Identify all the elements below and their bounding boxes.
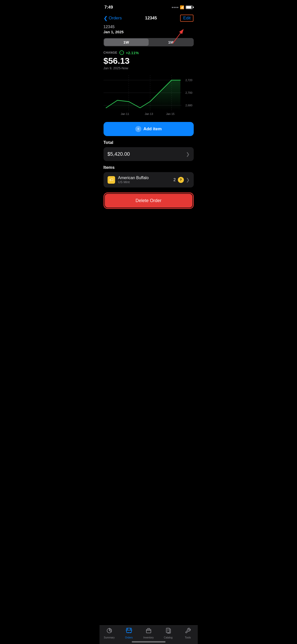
nav-title: 12345	[145, 16, 157, 21]
delete-button-wrapper: Delete Order	[104, 192, 194, 209]
svg-text:Jan 11: Jan 11	[121, 112, 129, 115]
change-up-icon: ↑	[119, 50, 124, 55]
time-period-toggle[interactable]: 1W 1M	[104, 38, 194, 46]
order-number-top: 12345	[104, 25, 194, 29]
tag-icon: 🏷	[108, 176, 115, 184]
items-row[interactable]: 🏷 American Buffalo US Mint 2 ? ❯	[104, 172, 194, 187]
delete-order-button[interactable]: Delete Order	[105, 194, 192, 208]
item-subtitle: US Mint	[118, 180, 149, 184]
status-time: 7:49	[105, 5, 113, 10]
svg-text:Jan 15: Jan 15	[166, 112, 174, 115]
svg-text:2,720: 2,720	[185, 79, 192, 82]
items-section-label: Items	[100, 161, 198, 172]
item-name: American Buffalo	[118, 176, 149, 180]
order-date: Jan 1, 2025	[104, 30, 194, 34]
battery-icon	[186, 6, 193, 9]
nav-bar: ❮ Orders 12345 Edit	[100, 13, 198, 24]
chevron-left-icon: ❮	[104, 16, 108, 21]
wifi-icon: 📶	[180, 5, 184, 9]
change-percent: +2.11%	[126, 51, 139, 55]
edit-button[interactable]: Edit	[180, 15, 193, 22]
svg-text:2,700: 2,700	[185, 91, 192, 94]
plus-icon: +	[135, 126, 141, 132]
svg-text:Jan 13: Jan 13	[145, 112, 153, 115]
chevron-right-icon: ❯	[186, 151, 190, 157]
item-left: 🏷 American Buffalo US Mint	[108, 176, 149, 184]
back-label: Orders	[109, 16, 122, 21]
chart-svg: Jan 11 Jan 13 Jan 15 2,720 2,700 2,680	[104, 73, 194, 118]
item-chevron-icon: ❯	[186, 177, 190, 183]
change-date-range: Jan 9, 2025-Now	[104, 66, 194, 70]
back-button[interactable]: ❮ Orders	[104, 16, 122, 21]
toggle-1m[interactable]: 1M	[149, 39, 193, 46]
add-item-button[interactable]: + Add item	[104, 122, 194, 136]
item-right: 2 ? ❯	[174, 177, 190, 183]
question-badge: ?	[178, 177, 184, 183]
change-value: $56.13	[104, 56, 194, 66]
add-item-label: Add item	[143, 126, 162, 132]
status-bar: 7:49 📶	[100, 0, 198, 13]
total-row[interactable]: $5,420.00 ❯	[104, 147, 194, 161]
dynamic-island	[134, 2, 164, 10]
signal-icon	[172, 7, 178, 8]
item-count: 2	[174, 178, 176, 182]
change-label-row: CHANGE ↑ +2.11%	[104, 50, 194, 55]
total-section-label: Total	[100, 136, 198, 147]
order-header: 12345 Jan 1, 2025	[100, 24, 198, 36]
status-indicators: 📶	[172, 5, 193, 9]
price-chart: Jan 11 Jan 13 Jan 15 2,720 2,700 2,680	[104, 73, 194, 118]
change-label: CHANGE	[104, 51, 117, 54]
total-value: $5,420.00	[108, 151, 130, 157]
toggle-1w[interactable]: 1W	[104, 39, 149, 46]
svg-text:2,680: 2,680	[185, 104, 192, 107]
chart-section: CHANGE ↑ +2.11% $56.13 Jan 9, 2025-Now	[100, 48, 198, 118]
item-info: American Buffalo US Mint	[118, 176, 149, 184]
